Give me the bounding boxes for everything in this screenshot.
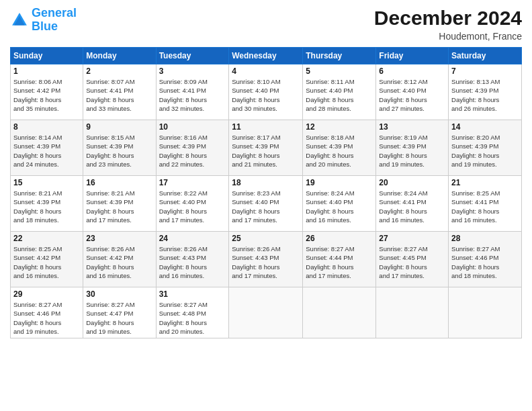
title-block: December 2024 Houdemont, France (374, 7, 522, 42)
day-info: Sunrise: 8:16 AMSunset: 4:39 PMDaylight:… (159, 133, 226, 169)
calendar-cell: 1Sunrise: 8:06 AMSunset: 4:42 PMDaylight… (11, 64, 83, 120)
day-number: 2 (86, 66, 152, 76)
day-number: 25 (232, 234, 300, 243)
weekday-header-thursday: Thursday (303, 48, 376, 64)
day-number: 31 (159, 289, 226, 299)
weekday-header-tuesday: Tuesday (156, 48, 229, 64)
day-info: Sunrise: 8:22 AMSunset: 4:40 PMDaylight:… (159, 189, 226, 224)
calendar: SundayMondayTuesdayWednesdayThursdayFrid… (10, 47, 522, 338)
calendar-cell: 6Sunrise: 8:12 AMSunset: 4:40 PMDaylight… (376, 64, 449, 120)
weekday-header-sunday: Sunday (11, 48, 83, 64)
day-info: Sunrise: 8:13 AMSunset: 4:39 PMDaylight:… (451, 77, 519, 113)
weekday-header-row: SundayMondayTuesdayWednesdayThursdayFrid… (11, 48, 522, 64)
day-number: 26 (306, 234, 373, 243)
day-info: Sunrise: 8:21 AMSunset: 4:39 PMDaylight:… (13, 189, 80, 224)
week-row-2: 8Sunrise: 8:14 AMSunset: 4:39 PMDaylight… (11, 120, 522, 176)
day-number: 19 (306, 178, 373, 187)
calendar-cell: 21Sunrise: 8:25 AMSunset: 4:41 PMDayligh… (449, 176, 522, 232)
weekday-header-saturday: Saturday (449, 48, 522, 64)
calendar-cell: 27Sunrise: 8:27 AMSunset: 4:45 PMDayligh… (376, 232, 449, 287)
subtitle: Houdemont, France (374, 31, 522, 42)
day-number: 14 (451, 122, 519, 132)
calendar-cell: 7Sunrise: 8:13 AMSunset: 4:39 PMDaylight… (449, 64, 522, 120)
logo-icon (10, 11, 29, 30)
week-row-4: 22Sunrise: 8:25 AMSunset: 4:42 PMDayligh… (11, 232, 522, 287)
calendar-cell (229, 287, 303, 338)
logo-line2: Blue (32, 19, 58, 33)
day-number: 10 (159, 122, 226, 132)
calendar-cell: 30Sunrise: 8:27 AMSunset: 4:47 PMDayligh… (83, 287, 156, 338)
day-number: 16 (86, 178, 152, 187)
day-number: 24 (159, 234, 226, 243)
day-info: Sunrise: 8:12 AMSunset: 4:40 PMDaylight:… (379, 77, 445, 113)
day-info: Sunrise: 8:27 AMSunset: 4:46 PMDaylight:… (13, 300, 80, 336)
logo: General Blue (10, 7, 77, 34)
weekday-header-wednesday: Wednesday (229, 48, 303, 64)
calendar-cell: 9Sunrise: 8:15 AMSunset: 4:39 PMDaylight… (83, 120, 156, 176)
day-info: Sunrise: 8:27 AMSunset: 4:48 PMDaylight:… (159, 300, 226, 336)
day-number: 8 (13, 122, 80, 132)
day-number: 6 (379, 66, 445, 76)
calendar-cell: 3Sunrise: 8:09 AMSunset: 4:41 PMDaylight… (156, 64, 229, 120)
day-number: 7 (451, 66, 519, 76)
day-number: 5 (306, 66, 373, 76)
day-info: Sunrise: 8:06 AMSunset: 4:42 PMDaylight:… (13, 77, 80, 113)
weekday-header-monday: Monday (83, 48, 156, 64)
day-info: Sunrise: 8:14 AMSunset: 4:39 PMDaylight:… (13, 133, 80, 169)
calendar-cell: 26Sunrise: 8:27 AMSunset: 4:44 PMDayligh… (303, 232, 376, 287)
day-info: Sunrise: 8:15 AMSunset: 4:39 PMDaylight:… (86, 133, 152, 169)
day-number: 1 (13, 66, 80, 76)
day-info: Sunrise: 8:23 AMSunset: 4:40 PMDaylight:… (232, 189, 300, 224)
calendar-cell (303, 287, 376, 338)
week-row-5: 29Sunrise: 8:27 AMSunset: 4:46 PMDayligh… (11, 287, 522, 338)
day-number: 17 (159, 178, 226, 187)
day-number: 9 (86, 122, 152, 132)
day-number: 13 (379, 122, 445, 132)
day-number: 27 (379, 234, 445, 243)
day-number: 20 (379, 178, 445, 187)
calendar-cell: 4Sunrise: 8:10 AMSunset: 4:40 PMDaylight… (229, 64, 303, 120)
day-info: Sunrise: 8:25 AMSunset: 4:41 PMDaylight:… (451, 189, 519, 224)
calendar-cell (376, 287, 449, 338)
day-info: Sunrise: 8:17 AMSunset: 4:39 PMDaylight:… (232, 133, 300, 169)
week-row-1: 1Sunrise: 8:06 AMSunset: 4:42 PMDaylight… (11, 64, 522, 120)
calendar-cell: 14Sunrise: 8:20 AMSunset: 4:39 PMDayligh… (449, 120, 522, 176)
day-info: Sunrise: 8:27 AMSunset: 4:46 PMDaylight:… (451, 244, 519, 280)
calendar-cell: 23Sunrise: 8:26 AMSunset: 4:42 PMDayligh… (83, 232, 156, 287)
page: General Blue December 2024 Houdemont, Fr… (0, 0, 532, 411)
calendar-cell: 20Sunrise: 8:24 AMSunset: 4:41 PMDayligh… (376, 176, 449, 232)
calendar-cell: 12Sunrise: 8:18 AMSunset: 4:39 PMDayligh… (303, 120, 376, 176)
day-info: Sunrise: 8:20 AMSunset: 4:39 PMDaylight:… (451, 133, 519, 169)
calendar-cell (449, 287, 522, 338)
day-number: 29 (13, 289, 80, 299)
day-info: Sunrise: 8:18 AMSunset: 4:39 PMDaylight:… (306, 133, 373, 169)
calendar-cell: 24Sunrise: 8:26 AMSunset: 4:43 PMDayligh… (156, 232, 229, 287)
calendar-cell: 28Sunrise: 8:27 AMSunset: 4:46 PMDayligh… (449, 232, 522, 287)
day-number: 21 (451, 178, 519, 187)
day-info: Sunrise: 8:26 AMSunset: 4:43 PMDaylight:… (232, 244, 300, 280)
day-number: 22 (13, 234, 80, 243)
day-info: Sunrise: 8:11 AMSunset: 4:40 PMDaylight:… (306, 77, 373, 113)
calendar-cell: 13Sunrise: 8:19 AMSunset: 4:39 PMDayligh… (376, 120, 449, 176)
header: General Blue December 2024 Houdemont, Fr… (10, 7, 522, 42)
logo-text: General Blue (32, 7, 77, 34)
day-info: Sunrise: 8:27 AMSunset: 4:44 PMDaylight:… (306, 244, 373, 280)
day-info: Sunrise: 8:07 AMSunset: 4:41 PMDaylight:… (86, 77, 152, 113)
calendar-cell: 16Sunrise: 8:21 AMSunset: 4:39 PMDayligh… (83, 176, 156, 232)
day-number: 4 (232, 66, 300, 76)
logo-line1: General (32, 6, 77, 19)
calendar-cell: 22Sunrise: 8:25 AMSunset: 4:42 PMDayligh… (11, 232, 83, 287)
day-info: Sunrise: 8:10 AMSunset: 4:40 PMDaylight:… (232, 77, 300, 113)
calendar-cell: 17Sunrise: 8:22 AMSunset: 4:40 PMDayligh… (156, 176, 229, 232)
calendar-cell: 19Sunrise: 8:24 AMSunset: 4:40 PMDayligh… (303, 176, 376, 232)
day-info: Sunrise: 8:19 AMSunset: 4:39 PMDaylight:… (379, 133, 445, 169)
day-info: Sunrise: 8:24 AMSunset: 4:40 PMDaylight:… (306, 189, 373, 224)
weekday-header-friday: Friday (376, 48, 449, 64)
day-info: Sunrise: 8:21 AMSunset: 4:39 PMDaylight:… (86, 189, 152, 224)
main-title: December 2024 (374, 7, 522, 30)
calendar-cell: 15Sunrise: 8:21 AMSunset: 4:39 PMDayligh… (11, 176, 83, 232)
calendar-cell: 25Sunrise: 8:26 AMSunset: 4:43 PMDayligh… (229, 232, 303, 287)
day-info: Sunrise: 8:27 AMSunset: 4:47 PMDaylight:… (86, 300, 152, 336)
calendar-cell: 31Sunrise: 8:27 AMSunset: 4:48 PMDayligh… (156, 287, 229, 338)
calendar-cell: 8Sunrise: 8:14 AMSunset: 4:39 PMDaylight… (11, 120, 83, 176)
